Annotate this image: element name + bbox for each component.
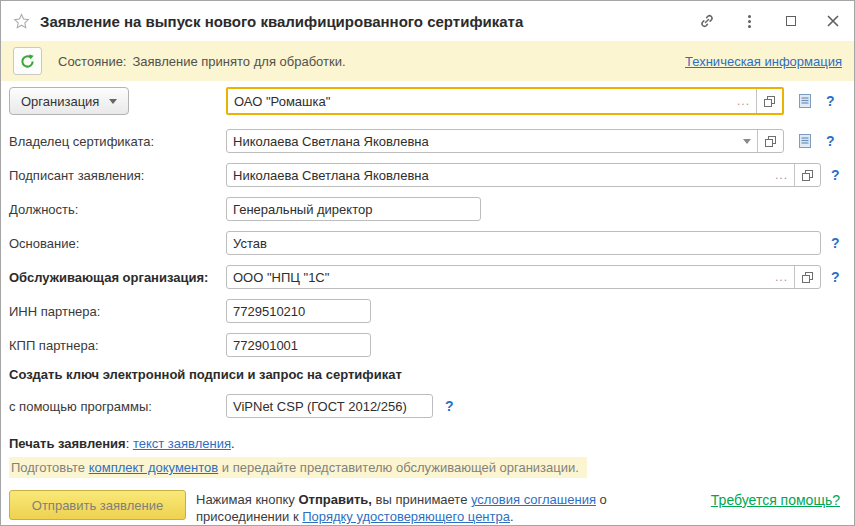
page-title: Заявление на выпуск нового квалифицирова… <box>40 13 523 30</box>
title-bar: Заявление на выпуск нового квалифицирова… <box>1 1 854 41</box>
refresh-icon[interactable] <box>13 47 42 75</box>
program-input[interactable]: ViPNet CSP (ГОСТ 2012/256) <box>226 394 433 418</box>
service-org-help-icon[interactable]: ? <box>831 269 840 285</box>
favorite-star-icon[interactable] <box>13 13 30 30</box>
print-separator: : <box>126 436 133 451</box>
maximize-icon[interactable] <box>782 12 800 30</box>
position-input[interactable]: Генеральный директор <box>226 197 481 221</box>
signer-help-icon[interactable]: ? <box>831 167 840 183</box>
organization-selector-label: Организация <box>21 94 99 109</box>
organization-selector-button[interactable]: Организация <box>9 87 129 115</box>
technical-info-link[interactable]: Техническая информация <box>685 54 842 69</box>
organization-open-icon[interactable] <box>757 89 782 113</box>
organization-list-icon[interactable] <box>798 93 812 109</box>
partner-kpp-input[interactable]: 772901001 <box>226 333 371 357</box>
organization-help-icon[interactable]: ? <box>826 93 835 109</box>
ca-order-link[interactable]: Порядку удостоверяющего центра <box>302 509 510 524</box>
program-help-icon[interactable]: ? <box>445 398 454 414</box>
organization-input[interactable]: ОАО "Ромашка" ... <box>226 87 784 115</box>
key-section-title: Создать ключ электронной подписи и запро… <box>9 367 844 382</box>
status-bar: Состояние: Заявление принято для обработ… <box>1 41 854 81</box>
service-org-label: Обслуживающая организация: <box>9 270 226 285</box>
partner-inn-input[interactable]: 7729510210 <box>226 299 371 323</box>
application-text-link[interactable]: текст заявления <box>133 436 231 451</box>
owner-list-icon[interactable] <box>798 133 812 149</box>
signer-ellipsis-button[interactable]: ... <box>769 164 794 186</box>
program-label: с помощью программы: <box>9 399 226 414</box>
position-label: Должность: <box>9 202 226 217</box>
documents-set-link[interactable]: комплект документов <box>89 460 219 475</box>
copy-link-icon[interactable] <box>698 12 716 30</box>
owner-help-icon[interactable]: ? <box>826 133 835 149</box>
owner-input[interactable]: Николаева Светлана Яковлевна <box>226 129 784 153</box>
close-icon[interactable] <box>824 12 842 30</box>
status-message: Заявление принято для обработки. <box>132 54 345 69</box>
basis-label: Основание: <box>9 236 226 251</box>
owner-open-icon[interactable] <box>758 130 783 152</box>
signer-input[interactable]: Николаева Светлана Яковлевна ... <box>226 163 821 187</box>
service-org-input[interactable]: ООО "НПЦ "1С" ... <box>226 265 821 289</box>
chevron-down-icon <box>109 99 117 104</box>
signer-label: Подписант заявления: <box>9 168 226 183</box>
more-menu-icon[interactable] <box>740 12 758 30</box>
signer-open-icon[interactable] <box>795 164 820 186</box>
form-area: Организация ОАО "Ромашка" ... ? <box>1 81 854 525</box>
partner-inn-label: ИНН партнера: <box>9 304 226 319</box>
need-help-link[interactable]: Требуется помощь? <box>711 490 840 508</box>
owner-dropdown-icon[interactable] <box>737 130 757 152</box>
service-org-open-icon[interactable] <box>795 266 820 288</box>
application-window: Заявление на выпуск нового квалифицирова… <box>0 0 855 526</box>
agreement-text: Нажимая кнопку Отправить, вы принимаете … <box>196 490 701 525</box>
owner-label: Владелец сертификата: <box>9 134 226 149</box>
organization-ellipsis-button[interactable]: ... <box>731 89 756 113</box>
submit-application-button[interactable]: Отправить заявление <box>9 490 186 520</box>
print-period: . <box>231 436 235 451</box>
print-label: Печать заявления <box>9 436 126 451</box>
partner-kpp-label: КПП партнера: <box>9 338 226 353</box>
basis-input[interactable]: Устав <box>226 231 821 255</box>
documents-notice: Подготовьте комплект документов и переда… <box>9 457 587 478</box>
basis-help-icon[interactable]: ? <box>831 235 840 251</box>
status-label: Состояние: <box>58 54 126 69</box>
service-org-ellipsis-button[interactable]: ... <box>769 266 794 288</box>
agreement-terms-link[interactable]: условия соглашения <box>471 492 596 507</box>
